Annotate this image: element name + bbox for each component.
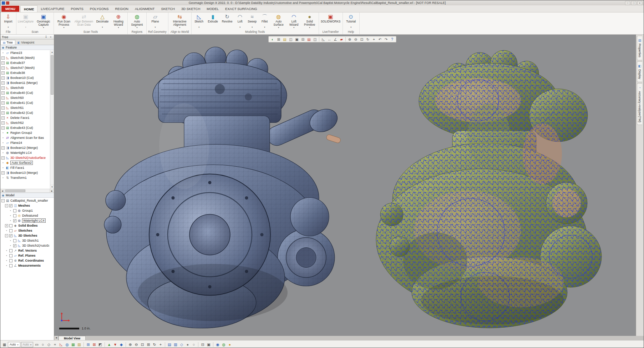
iso-view-icon[interactable]: ◇: [179, 342, 184, 347]
close-panel-icon[interactable]: ×: [49, 35, 52, 39]
wireframe-mode-icon[interactable]: ○: [191, 342, 197, 347]
tab-model[interactable]: MODEL: [203, 5, 222, 12]
scanned-mesh-engine-model[interactable]: [95, 45, 354, 333]
expand-toggle[interactable]: [1, 199, 5, 202]
mesh-filter-icon[interactable]: ▲: [106, 342, 112, 347]
visibility-checkbox[interactable]: [9, 234, 12, 237]
viewport-layout-icon[interactable]: ⊞: [276, 37, 282, 42]
feature-tree-item[interactable]: ▱ Plane23: [0, 50, 54, 55]
feature-tree-item[interactable]: ◺ Sketch49: [0, 85, 54, 90]
rotate-view-icon[interactable]: ↻: [152, 342, 157, 347]
expand-toggle[interactable]: [1, 151, 5, 155]
extrude-button[interactable]: ▮ Extrude: [206, 13, 220, 29]
model-tree-item[interactable]: ◺ 3D Sketch1: [0, 238, 54, 243]
3d-viewport[interactable]: ◐ ⊞ ▤ ◫ ▣ ⊟ ▤ ◫ ◺: [54, 35, 637, 336]
pin-panel-icon[interactable]: ↧: [44, 35, 48, 39]
visibility-checkbox[interactable]: [9, 204, 12, 207]
feature-tree-item[interactable]: ◺ Sketch52: [0, 120, 54, 125]
feature-tree-item[interactable]: ◨ Boolean10 (Cut): [0, 75, 54, 80]
expand-toggle[interactable]: [9, 244, 12, 247]
revolve-button[interactable]: ↻ Revolve: [220, 13, 234, 29]
tab-viewpoint[interactable]: ◧ Viewpoint: [15, 40, 36, 45]
feature-tree-item[interactable]: ▤ Extrude41 (Cut): [0, 100, 54, 105]
fillet-button[interactable]: ⌒ Fillet ▾: [259, 13, 271, 29]
view-tab-scroll-left[interactable]: ◀: [54, 336, 59, 340]
feature-tree-item[interactable]: ▤ Extrude43 (Cut): [0, 125, 54, 130]
measure-distance-icon[interactable]: ↔: [326, 37, 332, 42]
feature-tree-item[interactable]: ◆ Auto Surface2: [0, 160, 54, 165]
feature-tree-item[interactable]: ▤ Extrude37: [0, 60, 54, 65]
expand-toggle[interactable]: [1, 76, 5, 80]
expand-toggle[interactable]: [9, 214, 12, 217]
model-tree-item[interactable]: ▱ Sketches: [0, 228, 54, 233]
user-profile-icon[interactable]: ◉: [215, 342, 220, 347]
feature-tree-item[interactable]: ◺ Sketch46 (Mesh): [0, 55, 54, 60]
capture-image-icon[interactable]: ▣: [294, 37, 300, 42]
zoom-in-icon[interactable]: ⊕: [127, 342, 133, 347]
expand-toggle[interactable]: [1, 166, 5, 170]
solidworks-button[interactable]: ▣ SOLIDWORKS: [320, 13, 342, 29]
tab-points[interactable]: POINTS: [67, 5, 86, 12]
model-tree-item[interactable]: ◍ Watertight LC4: [0, 218, 54, 223]
expand-toggle[interactable]: [1, 86, 5, 90]
expand-toggle[interactable]: [5, 229, 8, 232]
model-tree-item[interactable]: ↗ Ref. Vectors: [0, 248, 54, 253]
visibility-checkbox[interactable]: [13, 209, 16, 212]
region-filter-icon[interactable]: ▼: [112, 342, 118, 347]
selection-mode-dropdown[interactable]: Auto ▾: [21, 342, 34, 347]
model-tree-item[interactable]: ◺ 3D Sketches: [0, 233, 54, 238]
feature-tree-item[interactable]: ▱ Plane24: [0, 140, 54, 145]
expand-toggle[interactable]: [1, 171, 5, 175]
next-view-icon[interactable]: ↷: [383, 37, 389, 42]
visibility-checkbox[interactable]: [13, 244, 16, 247]
export-pdf-icon[interactable]: ▤: [306, 37, 312, 42]
expand-toggle[interactable]: [1, 56, 5, 60]
select-flood-icon[interactable]: ◍: [64, 342, 70, 347]
tab-region[interactable]: REGION: [112, 5, 131, 12]
top-view-icon[interactable]: ▥: [173, 342, 178, 347]
invert-selection-icon[interactable]: ◩: [97, 342, 103, 347]
tab-properties[interactable]: ▤ Properties: [637, 36, 642, 60]
expand-toggle[interactable]: [5, 204, 8, 207]
feature-tree-item[interactable]: ◧ Fill Face1: [0, 165, 54, 170]
expand-toggle[interactable]: [1, 66, 5, 70]
selection-mode-icon[interactable]: ▦: [2, 342, 7, 347]
decimate-button[interactable]: △ Decimate ▾: [95, 13, 110, 29]
tutorial-button[interactable]: ⊙ Tutorial ▾: [344, 13, 359, 29]
visibility-checkbox[interactable]: [9, 254, 12, 257]
expand-toggle[interactable]: [9, 219, 12, 222]
geomagic-capture-button[interactable]: ▣ Geomagic Capture ▾: [34, 13, 53, 29]
previous-view-icon[interactable]: ↶: [377, 37, 383, 42]
zoom-out-icon[interactable]: ⊖: [353, 37, 359, 42]
expand-toggle[interactable]: [1, 71, 5, 75]
zoom-out-icon[interactable]: ⊖: [133, 342, 139, 347]
expand-toggle[interactable]: [1, 141, 5, 145]
feature-tree-item[interactable]: ◺ 3D Sketch2(AutoSurface: [0, 155, 54, 160]
scroll-left-icon[interactable]: ◀: [0, 189, 5, 192]
scroll-right-icon[interactable]: ▶: [50, 189, 54, 192]
body-filter-icon[interactable]: ◆: [118, 342, 124, 347]
zoom-fit-icon[interactable]: ⊞: [146, 342, 151, 347]
select-polygon-icon[interactable]: ◇: [46, 342, 52, 347]
screen-capture-icon[interactable]: ▣: [206, 342, 212, 347]
feature-tree-item[interactable]: × Delete Face1: [0, 115, 54, 120]
select-through-icon[interactable]: ▥: [76, 342, 82, 347]
measure-angle-icon[interactable]: ∠: [333, 37, 338, 42]
tab-3d-sketch[interactable]: 3D SKETCH: [178, 5, 203, 12]
expand-toggle[interactable]: [1, 116, 5, 120]
model-tree-item[interactable]: ⊕ Ref. Coordinates: [0, 258, 54, 263]
tab-livecapture[interactable]: LIVECAPTURE: [37, 5, 67, 12]
expand-toggle[interactable]: [1, 91, 5, 95]
expand-toggle[interactable]: [1, 146, 5, 150]
expand-toggle[interactable]: [1, 126, 5, 130]
expand-toggle[interactable]: [1, 156, 5, 160]
visibility-checkbox[interactable]: [9, 249, 12, 252]
expand-toggle[interactable]: [1, 136, 5, 140]
visibility-checkbox[interactable]: [13, 239, 16, 242]
expand-toggle[interactable]: [9, 239, 12, 242]
feature-tree-item[interactable]: ◺ Sketch51: [0, 105, 54, 110]
tab-exact-surfacing[interactable]: EXACT SURFACING: [222, 5, 260, 12]
hscroll-track[interactable]: [5, 189, 50, 192]
expand-toggle[interactable]: [5, 264, 8, 267]
hscroll-thumb[interactable]: [5, 190, 25, 192]
